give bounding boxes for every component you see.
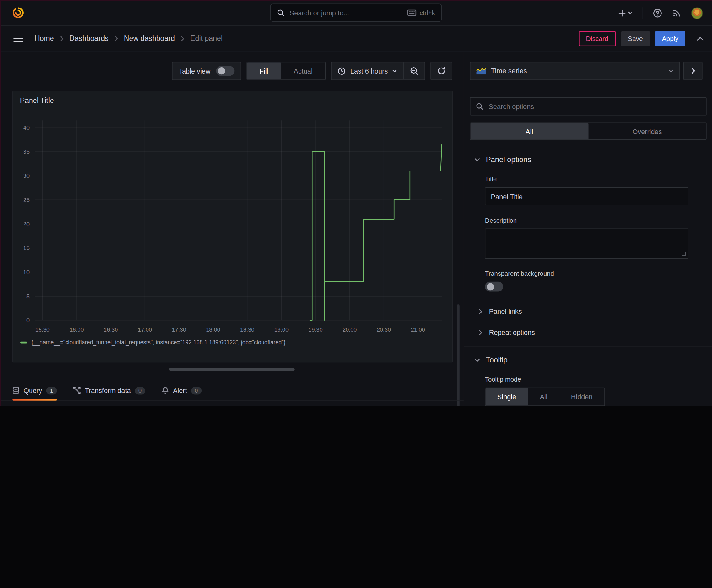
global-search[interactable]: ctrl+k: [270, 4, 442, 22]
discard-button[interactable]: Discard: [579, 31, 615, 45]
database-icon: [12, 387, 19, 395]
svg-text:40: 40: [23, 125, 29, 131]
apply-button[interactable]: Apply: [655, 31, 685, 45]
add-new-button[interactable]: [618, 9, 632, 17]
keyboard-icon: [408, 9, 416, 16]
transparent-background-toggle[interactable]: [485, 282, 503, 292]
news-rss-button[interactable]: [672, 8, 681, 18]
top-bar: ctrl+k: [0, 0, 712, 26]
time-range-picker[interactable]: Last 6 hours: [332, 67, 404, 75]
tab-alert-label: Alert: [173, 387, 187, 395]
collapse-options-pane-icon[interactable]: [684, 62, 703, 80]
tooltip-mode-all[interactable]: All: [528, 388, 559, 405]
breadcrumb-home[interactable]: Home: [35, 34, 54, 42]
window-edge-left: [0, 0, 1, 406]
search-icon: [476, 103, 483, 110]
svg-text:15: 15: [23, 245, 29, 251]
tab-query-count-badge: 1: [46, 387, 57, 394]
options-search[interactable]: [470, 97, 707, 115]
svg-text:25: 25: [23, 197, 29, 203]
svg-text:19:30: 19:30: [308, 327, 322, 333]
display-mode-fill[interactable]: Fill: [247, 62, 281, 80]
divider: [475, 301, 707, 301]
tab-all[interactable]: All: [471, 123, 588, 140]
tooltip-mode-single[interactable]: Single: [486, 388, 528, 405]
svg-text:30: 30: [23, 173, 29, 179]
time-series-chart[interactable]: 051015202530354015:3016:0016:3017:0017:3…: [13, 110, 451, 337]
tooltip-mode-switch: Single All Hidden: [485, 387, 605, 406]
table-view-toggle[interactable]: [216, 66, 234, 76]
breadcrumb-bar: Home Dashboards New dashboard Edit panel…: [0, 26, 712, 51]
panel-editor-actions: Discard Save Apply: [579, 31, 704, 45]
svg-text:19:00: 19:00: [274, 327, 288, 333]
shortcut-label: ctrl+k: [420, 9, 435, 16]
breadcrumb-edit-panel: Edit panel: [190, 34, 222, 42]
help-button[interactable]: [653, 8, 662, 18]
active-tab-underline: [12, 399, 57, 401]
legend-series-swatch: [20, 342, 27, 344]
panel-title-input[interactable]: [485, 187, 688, 205]
repeat-options-section[interactable]: Repeat options: [479, 329, 712, 336]
tab-alert[interactable]: Alert 0: [162, 387, 201, 401]
transparent-background-label: Transparent background: [485, 270, 712, 277]
tab-transform-data[interactable]: Transform data 0: [73, 387, 145, 401]
bell-icon: [162, 387, 169, 395]
tab-alert-count-badge: 0: [191, 387, 201, 394]
panel-preview: Panel Title 051015202530354015:3016:0016…: [12, 91, 453, 362]
panel-editor-main: Table view Fill Actual Last 6 hours: [0, 51, 464, 406]
options-search-input[interactable]: [488, 102, 700, 110]
options-filter-tabs: All Overrides: [470, 123, 707, 140]
breadcrumb-new-dashboard[interactable]: New dashboard: [124, 34, 175, 42]
tooltip-mode-hidden[interactable]: Hidden: [559, 388, 604, 405]
clock-icon: [338, 67, 346, 75]
svg-text:0: 0: [26, 317, 29, 323]
description-textarea[interactable]: [485, 229, 688, 258]
panel-resize-handle[interactable]: [169, 368, 295, 371]
zoom-out-time-icon[interactable]: [404, 62, 425, 80]
transform-icon: [73, 387, 81, 395]
chevron-right-icon: [181, 36, 185, 41]
description-field-label: Description: [485, 217, 712, 224]
panel-view-toolbar: Table view Fill Actual Last 6 hours: [0, 62, 452, 80]
panel-links-section[interactable]: Panel links: [479, 308, 712, 315]
tab-transform-count-badge: 0: [135, 387, 145, 394]
breadcrumb-dashboards[interactable]: Dashboards: [69, 34, 109, 42]
display-mode-actual[interactable]: Actual: [281, 62, 325, 80]
legend-series-label[interactable]: {__name__="cloudflared_tunnel_total_requ…: [31, 339, 286, 345]
tooltip-mode-label: Tooltip mode: [485, 376, 712, 383]
query-section-tabs: Query 1 Transform data 0 Alert 0: [12, 380, 464, 401]
time-series-viz-icon: [476, 67, 486, 75]
repeat-options-label: Repeat options: [489, 329, 535, 336]
visualization-header: Time series: [470, 62, 703, 80]
collapse-editor-icon[interactable]: [697, 36, 704, 41]
window-edge-top: [0, 0, 712, 1]
tab-query[interactable]: Query 1: [12, 387, 57, 401]
keyboard-shortcut-hint: ctrl+k: [408, 9, 435, 16]
visualization-picker[interactable]: Time series: [470, 62, 679, 80]
table-view-control: Table view: [172, 62, 241, 80]
menu-toggle-icon[interactable]: [14, 35, 23, 42]
grafana-logo-icon[interactable]: [12, 7, 24, 19]
svg-text:21:00: 21:00: [411, 327, 425, 333]
save-button[interactable]: Save: [621, 31, 649, 45]
tab-overrides[interactable]: Overrides: [588, 123, 706, 140]
time-range-controls: Last 6 hours: [331, 62, 425, 80]
toolbar-divider: [643, 7, 643, 19]
user-avatar[interactable]: [691, 7, 703, 19]
svg-text:5: 5: [26, 293, 29, 300]
panel-title[interactable]: Panel Title: [13, 91, 452, 105]
toolbar-divider: [691, 33, 691, 44]
svg-text:35: 35: [23, 149, 29, 155]
tooltip-heading[interactable]: Tooltip: [464, 356, 712, 364]
refresh-icon[interactable]: [430, 62, 452, 80]
svg-text:18:30: 18:30: [240, 327, 254, 333]
svg-text:17:30: 17:30: [172, 327, 186, 333]
global-search-input[interactable]: [289, 8, 403, 17]
chevron-right-icon: [114, 36, 118, 41]
tooltip-heading-label: Tooltip: [486, 356, 508, 364]
top-bar-actions: [618, 0, 703, 26]
panel-options-heading[interactable]: Panel options: [464, 155, 712, 164]
table-view-label: Table view: [179, 67, 210, 75]
svg-text:16:00: 16:00: [69, 327, 84, 333]
svg-text:18:00: 18:00: [206, 327, 220, 333]
